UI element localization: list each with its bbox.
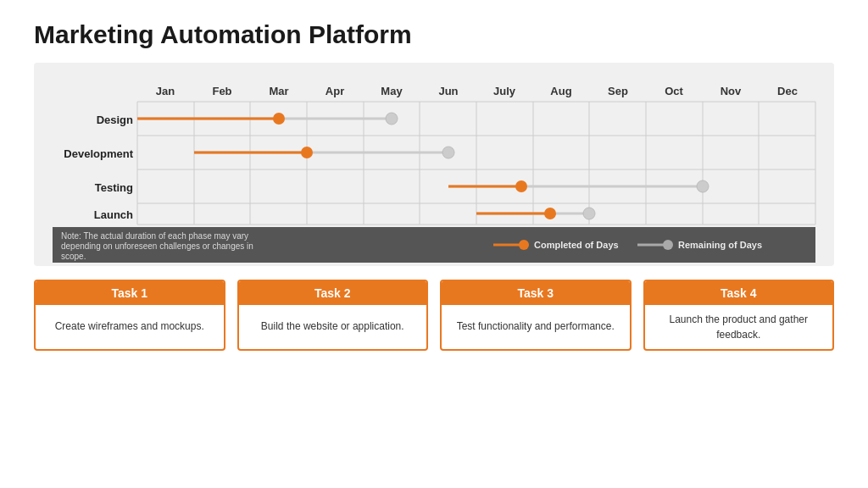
svg-point-48 [544, 208, 556, 219]
page-title: Marketing Automation Platform [34, 20, 834, 49]
task-3-header: Task 3 [442, 281, 630, 305]
svg-point-55 [519, 240, 529, 250]
svg-text:Aug: Aug [550, 85, 571, 97]
gantt-svg: Jan Feb Mar Apr May Jun July Aug Sep Oct… [47, 76, 821, 263]
svg-text:Jan: Jan [156, 85, 175, 97]
svg-text:Dec: Dec [777, 85, 798, 97]
svg-text:Feb: Feb [212, 85, 231, 97]
svg-text:Testing: Testing [95, 181, 133, 194]
svg-text:Remaining of Days: Remaining of Days [678, 240, 762, 250]
svg-text:Nov: Nov [721, 85, 742, 97]
task-4-body: Launch the product and gather feedback. [645, 305, 833, 349]
svg-text:scope.: scope. [61, 252, 86, 261]
svg-text:Note: The actual duration of e: Note: The actual duration of each phase … [61, 231, 248, 241]
svg-text:Mar: Mar [269, 85, 288, 97]
svg-text:Development: Development [64, 147, 133, 160]
svg-text:depending on unforeseen challe: depending on unforeseen challenges or ch… [61, 241, 253, 251]
task-1-body: Create wireframes and mockups. [36, 305, 224, 347]
svg-text:Sep: Sep [608, 85, 628, 97]
svg-text:Completed of Days: Completed of Days [534, 240, 619, 250]
task-1-header: Task 1 [36, 281, 224, 305]
svg-text:Jun: Jun [438, 85, 458, 97]
svg-text:July: July [493, 85, 516, 97]
task-card-3: Task 3 Test functionality and performanc… [440, 280, 632, 351]
svg-point-36 [273, 113, 285, 125]
task-card-4: Task 4 Launch the product and gather fee… [643, 280, 835, 351]
svg-point-58 [663, 240, 673, 250]
task-3-body: Test functionality and performance. [442, 305, 630, 347]
svg-point-41 [442, 147, 454, 158]
svg-point-45 [697, 180, 709, 192]
task-card-1: Task 1 Create wireframes and mockups. [34, 280, 225, 351]
svg-point-44 [515, 180, 527, 192]
task-2-body: Build the website or application. [239, 305, 427, 347]
svg-point-49 [583, 208, 595, 219]
task-2-header: Task 2 [239, 281, 427, 305]
svg-text:Launch: Launch [94, 208, 133, 221]
svg-text:Design: Design [97, 114, 133, 126]
svg-point-37 [386, 113, 398, 125]
task-4-header: Task 4 [645, 281, 833, 305]
svg-text:Oct: Oct [665, 85, 683, 97]
tasks-container: Task 1 Create wireframes and mockups. Ta… [34, 280, 834, 351]
svg-text:Apr: Apr [326, 85, 344, 97]
svg-text:May: May [381, 85, 403, 97]
svg-point-40 [301, 147, 313, 158]
task-card-2: Task 2 Build the website or application. [237, 280, 429, 351]
gantt-chart: Jan Feb Mar Apr May Jun July Aug Sep Oct… [34, 63, 834, 266]
